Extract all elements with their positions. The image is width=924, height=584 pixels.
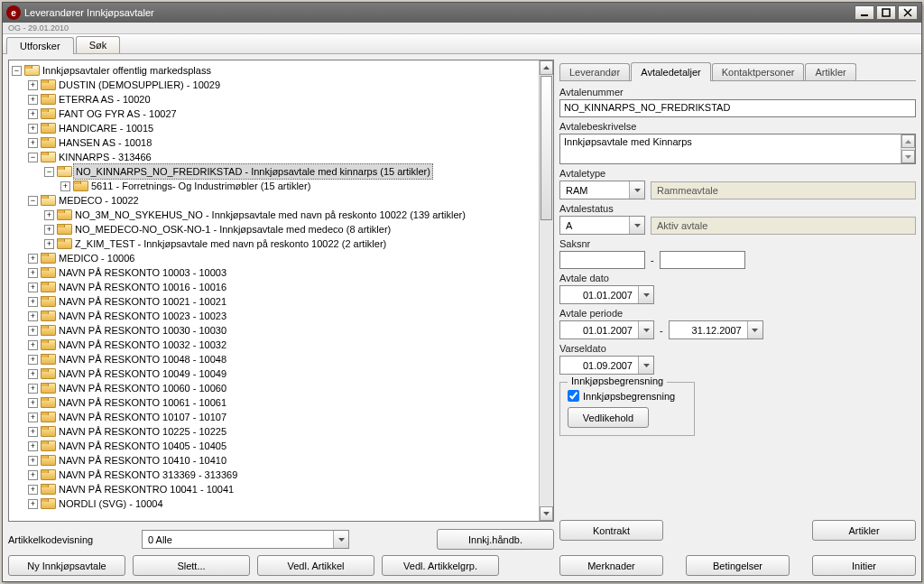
- tree-item[interactable]: +NAVN PÅ RESKONTRO 10041 - 10041: [12, 482, 536, 496]
- tab-artikler[interactable]: Artikler: [805, 63, 855, 80]
- tree-item[interactable]: −MEDECO - 10022: [12, 193, 536, 208]
- tree-toggle-icon[interactable]: +: [28, 311, 38, 321]
- avtale-dato-picker[interactable]: 01.01.2007: [559, 285, 654, 304]
- vedl-artikkel-button[interactable]: Vedl. Artikkel: [257, 555, 374, 576]
- tree-item[interactable]: +NAVN PÅ RESKONTO 10016 - 10016: [12, 280, 536, 294]
- merknader-button[interactable]: Merknader: [559, 555, 663, 576]
- saksnr-from-input[interactable]: [559, 251, 645, 269]
- innkj-handb-button[interactable]: Innkj.håndb.: [437, 529, 554, 550]
- tree-toggle-icon[interactable]: +: [28, 326, 38, 336]
- tree-toggle-icon[interactable]: −: [12, 66, 22, 76]
- avtale-periode-from-picker[interactable]: 01.01.2007: [559, 320, 654, 339]
- avtaletype-combo[interactable]: RAM: [559, 181, 645, 199]
- tree-toggle-icon[interactable]: +: [28, 297, 38, 307]
- tree-item[interactable]: +FANT OG FYR AS - 10027: [12, 107, 536, 121]
- slett-button[interactable]: Slett...: [133, 555, 250, 576]
- tree-item[interactable]: +NAVN PÅ RESKONTO 10021 - 10021: [12, 294, 536, 309]
- tab-kontaktpersoner[interactable]: Kontaktpersoner: [712, 63, 805, 80]
- tree-item[interactable]: +NAVN PÅ RESKONTO 10049 - 10049: [12, 366, 536, 381]
- chevron-down-icon[interactable]: [638, 321, 653, 338]
- tree-item[interactable]: +NAVN PÅ RESKONTO 10048 - 10048: [12, 352, 536, 366]
- maximize-button[interactable]: [876, 5, 896, 20]
- tree-item[interactable]: +NORDLI (SVG) - 10004: [12, 496, 536, 511]
- tree-toggle-icon[interactable]: +: [28, 138, 38, 148]
- artikler-button[interactable]: Artikler: [812, 520, 916, 541]
- tree-item[interactable]: +HANDICARE - 10015: [12, 121, 536, 135]
- tree-item[interactable]: +Z_KIM_TEST - Innkjøpsavtale med navn på…: [12, 236, 536, 251]
- tab-utforsker[interactable]: Utforsker: [6, 37, 74, 54]
- tree-item[interactable]: +NAVN PÅ RESKONTO 10107 - 10107: [12, 410, 536, 424]
- tree-item[interactable]: +5611 - Forretnings- Og Industrimøbler (…: [12, 179, 536, 193]
- avtalenummer-input[interactable]: NO_KINNARPS_NO_FREDRIKSTAD: [559, 99, 916, 117]
- vedlikehold-button[interactable]: Vedlikehold: [568, 407, 649, 428]
- scroll-thumb[interactable]: [541, 76, 552, 220]
- tree-scrollbar[interactable]: [539, 60, 553, 521]
- scroll-down-icon[interactable]: [901, 150, 915, 163]
- tree-item[interactable]: +MEDICO - 10006: [12, 251, 536, 265]
- tree-item[interactable]: +NAVN PÅ RESKONTO 10060 - 10060: [12, 381, 536, 395]
- betingelser-button[interactable]: Betingelser: [686, 555, 790, 576]
- tree-toggle-icon[interactable]: −: [44, 167, 54, 177]
- tree-item[interactable]: −KINNARPS - 313466: [12, 150, 536, 164]
- tab-avtaledetaljer[interactable]: Avtaledetaljer: [631, 62, 710, 81]
- tab-leverandor[interactable]: Leverandør: [559, 63, 630, 80]
- tree-item[interactable]: +NAVN PÅ RESKONTO 10061 - 10061: [12, 395, 536, 410]
- varseldato-picker[interactable]: 01.09.2007: [559, 356, 654, 375]
- tree-toggle-icon[interactable]: +: [28, 268, 38, 278]
- scroll-down-icon[interactable]: [540, 506, 553, 521]
- kontrakt-button[interactable]: Kontrakt: [559, 520, 663, 541]
- tree-item[interactable]: +NAVN PÅ RESKONTO 10030 - 10030: [12, 323, 536, 338]
- artikkelkodevisning-combo[interactable]: 0 Alle: [142, 530, 349, 549]
- tree-toggle-icon[interactable]: +: [28, 485, 38, 495]
- tree-toggle-icon[interactable]: +: [28, 384, 38, 394]
- tree-item[interactable]: +HANSEN AS - 10018: [12, 135, 536, 150]
- saksnr-to-input[interactable]: [660, 251, 745, 269]
- chevron-down-icon[interactable]: [638, 357, 653, 374]
- tree-toggle-icon[interactable]: +: [60, 181, 70, 191]
- textarea-scrollbar[interactable]: [901, 134, 915, 163]
- tree-item[interactable]: +NAVN PÅ RESKONTO 10003 - 10003: [12, 265, 536, 280]
- ny-innkjopsavtale-button[interactable]: Ny Innkjøpsavtale: [8, 555, 125, 576]
- tree-toggle-icon[interactable]: +: [28, 124, 38, 134]
- tree-toggle-icon[interactable]: +: [28, 355, 38, 365]
- tree-toggle-icon[interactable]: +: [28, 369, 38, 379]
- initier-button[interactable]: Initier: [812, 555, 916, 576]
- tree-toggle-icon[interactable]: +: [28, 470, 38, 480]
- chevron-down-icon[interactable]: [638, 286, 653, 303]
- tree-toggle-icon[interactable]: +: [28, 499, 38, 509]
- tree-toggle-icon[interactable]: +: [28, 441, 38, 451]
- tree-toggle-icon[interactable]: −: [28, 153, 38, 162]
- avtale-periode-to-picker[interactable]: 31.12.2007: [669, 320, 763, 339]
- tree-toggle-icon[interactable]: −: [28, 196, 38, 206]
- scroll-up-icon[interactable]: [540, 60, 553, 75]
- tree-item[interactable]: +NAVN PÅ RESKONTO 10410 - 10410: [12, 453, 536, 468]
- tree-item[interactable]: +NO_MEDECO-NO_OSK-NO-1 - Innkjøpsavtale …: [12, 222, 536, 236]
- minimize-button[interactable]: [855, 5, 874, 20]
- avtalestatus-combo[interactable]: A: [559, 216, 645, 235]
- tree-toggle-icon[interactable]: +: [28, 283, 38, 292]
- tree-item[interactable]: +NO_3M_NO_SYKEHUS_NO - Innkjøpsavtale me…: [12, 208, 536, 222]
- chevron-down-icon[interactable]: [747, 321, 762, 338]
- tree-item[interactable]: +NAVN PÅ RESKONTO 10405 - 10405: [12, 439, 536, 453]
- vedl-artikkelgrp-button[interactable]: Vedl. Artikkelgrp.: [382, 555, 499, 576]
- tree-item[interactable]: +NAVN PÅ RESKONTO 10225 - 10225: [12, 424, 536, 439]
- tree-item[interactable]: −NO_KINNARPS_NO_FREDRIKSTAD - Innkjøpsav…: [12, 164, 536, 179]
- tree-toggle-icon[interactable]: +: [44, 210, 54, 220]
- tree-toggle-icon[interactable]: +: [28, 413, 38, 422]
- tree-toggle-icon[interactable]: +: [44, 225, 54, 235]
- tree-item[interactable]: −Innkjøpsavtaler offentlig markedsplass: [12, 63, 536, 78]
- chevron-down-icon[interactable]: [629, 217, 644, 234]
- tree-toggle-icon[interactable]: +: [28, 456, 38, 466]
- tree-item[interactable]: +NAVN PÅ RESKONTO 10023 - 10023: [12, 309, 536, 323]
- tree-toggle-icon[interactable]: +: [28, 95, 38, 105]
- tree-toggle-icon[interactable]: +: [28, 398, 38, 408]
- scroll-up-icon[interactable]: [901, 134, 915, 148]
- tree-item[interactable]: +NAVN PÅ RESKONTO 10032 - 10032: [12, 338, 536, 352]
- tree-toggle-icon[interactable]: +: [28, 340, 38, 350]
- supplier-tree[interactable]: −Innkjøpsavtaler offentlig markedsplass+…: [8, 60, 554, 522]
- avtalebeskrivelse-input[interactable]: Innkjøpsavtale med Kinnarps: [559, 134, 916, 164]
- innkjopsbegrensning-checkbox[interactable]: [568, 390, 579, 402]
- tree-toggle-icon[interactable]: +: [28, 80, 38, 90]
- chevron-down-icon[interactable]: [333, 531, 348, 548]
- tab-sok[interactable]: Søk: [76, 36, 121, 53]
